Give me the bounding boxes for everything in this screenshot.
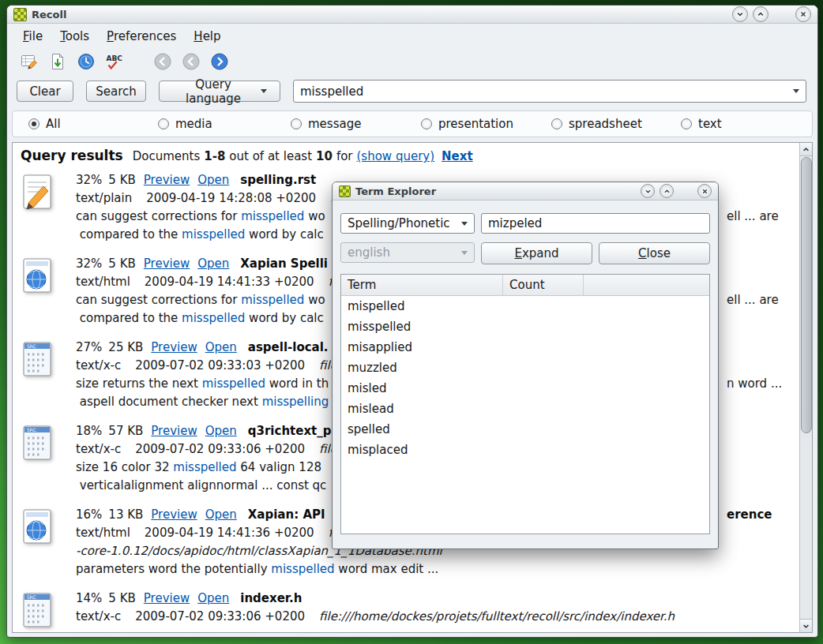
open-link[interactable]: Open <box>197 591 229 605</box>
preview-link[interactable]: Preview <box>151 507 197 522</box>
svg-text:ABC: ABC <box>106 54 122 62</box>
highlighted-term: misspelled <box>182 227 245 242</box>
open-link[interactable]: Open <box>205 424 237 438</box>
window-title: Recoll <box>32 9 66 21</box>
desktop: Recoll FileToolsPreferencesHelp <box>0 0 823 644</box>
close-button[interactable]: Close <box>599 242 710 264</box>
query-input-value: misspelled <box>300 84 363 99</box>
term-row[interactable]: misled <box>341 378 709 399</box>
filter-spreadsheet[interactable]: spreadsheet <box>551 111 642 137</box>
term-row[interactable]: mislead <box>341 399 709 419</box>
radio-icon[interactable] <box>421 118 432 129</box>
radio-icon[interactable] <box>158 118 169 129</box>
term-row[interactable]: misspelled <box>341 316 709 337</box>
radio-icon[interactable] <box>551 118 562 129</box>
term-explorer-icon[interactable]: ABC <box>103 51 125 72</box>
relevance-percent: 27% <box>76 340 102 354</box>
preview-link[interactable]: Preview <box>144 173 190 187</box>
unshade-icon[interactable] <box>753 6 769 22</box>
dialog-titlebar[interactable]: Term Explorer <box>333 182 718 200</box>
close-icon[interactable] <box>697 184 712 198</box>
menu-file[interactable]: File <box>17 28 49 45</box>
menu-help[interactable]: Help <box>187 28 227 45</box>
scrollbar-thumb[interactable] <box>801 157 812 433</box>
query-history-chevron-icon[interactable] <box>793 89 799 93</box>
chevron-down-icon <box>461 251 468 255</box>
search-row: Clear Search Query language misspelled <box>7 77 817 109</box>
result-title: aspell-local. <box>248 340 329 354</box>
documents-range: 1-8 <box>204 149 225 163</box>
filter-message[interactable]: message <box>291 111 361 137</box>
term-row[interactable]: mispelled <box>341 296 709 316</box>
scroll-up-icon[interactable] <box>800 143 812 156</box>
save-search-icon[interactable] <box>47 51 68 72</box>
highlighted-term: misspelled <box>173 460 236 474</box>
header-filler <box>584 275 709 295</box>
scroll-down-icon[interactable] <box>800 619 812 632</box>
filter-presentation[interactable]: presentation <box>421 111 513 137</box>
file-size: 25 KB <box>108 340 143 354</box>
query-results-title: Query results <box>21 148 123 163</box>
prev-page-icon[interactable] <box>152 51 173 72</box>
open-link[interactable]: Open <box>197 256 229 271</box>
search-button[interactable]: Search <box>86 80 146 102</box>
abstract-text: can suggest corrections for <box>76 209 241 223</box>
abstract-text: wo <box>304 293 325 307</box>
prev-result-icon[interactable] <box>180 51 201 72</box>
term-input[interactable] <box>481 213 710 234</box>
shade-icon[interactable] <box>641 184 655 198</box>
preview-link[interactable]: Preview <box>144 256 190 271</box>
shade-icon[interactable] <box>732 6 748 22</box>
preview-link[interactable]: Preview <box>151 424 197 438</box>
abstract-text: size returns the next <box>76 376 202 391</box>
term-row[interactable]: misplaced <box>341 440 709 460</box>
expansion-mode-select[interactable]: Spelling/Phonetic <box>340 213 475 234</box>
clear-button[interactable]: Clear <box>17 80 73 102</box>
abstract-text: compared to the <box>76 227 182 242</box>
mime-type: text/x-c <box>76 442 121 456</box>
titlebar[interactable]: Recoll <box>7 6 817 24</box>
unshade-icon[interactable] <box>660 184 674 198</box>
language-value: english <box>348 245 390 260</box>
radio-icon[interactable] <box>681 118 692 129</box>
radio-icon[interactable] <box>28 118 39 129</box>
text-file-icon <box>21 174 55 213</box>
abstract-text: verticalalignment alignnormal ... const … <box>76 478 326 492</box>
language-select[interactable]: english <box>340 242 475 263</box>
next-page-icon[interactable] <box>209 51 230 72</box>
abstract-text: parameters word the potentially <box>76 562 271 576</box>
result-title: q3richtext_p <box>248 424 332 438</box>
term-row[interactable]: spelled <box>341 419 709 440</box>
for-label: for <box>336 149 353 163</box>
close-icon[interactable] <box>795 6 811 22</box>
preview-link[interactable]: Preview <box>144 591 190 605</box>
clear-search-icon[interactable] <box>18 51 39 72</box>
history-icon[interactable] <box>75 51 96 72</box>
result-title: indexer.h <box>240 591 302 605</box>
result-abstract-line: parameters word the potentially misspell… <box>76 560 797 578</box>
term-column-header[interactable]: Term <box>341 275 503 295</box>
preview-link[interactable]: Preview <box>151 340 197 354</box>
menu-preferences[interactable]: Preferences <box>100 28 182 45</box>
menu-tools[interactable]: Tools <box>54 28 96 45</box>
term-row[interactable]: misapplied <box>341 337 709 358</box>
source-file-icon: SRC <box>21 425 55 464</box>
filter-media[interactable]: media <box>158 111 212 137</box>
results-scrollbar[interactable] <box>799 143 812 632</box>
filter-text[interactable]: text <box>681 111 722 137</box>
filter-label: text <box>698 117 722 131</box>
radio-icon[interactable] <box>291 118 302 129</box>
file-size: 5 KB <box>108 173 135 187</box>
term-row[interactable]: muzzled <box>341 358 709 378</box>
expand-button[interactable]: Expand <box>481 242 592 264</box>
next-page-link[interactable]: Next <box>442 149 473 163</box>
show-query-link[interactable]: (show query) <box>357 149 435 163</box>
filter-all[interactable]: All <box>28 111 61 137</box>
query-language-dropdown[interactable]: Query language <box>159 80 280 102</box>
open-link[interactable]: Open <box>197 173 229 187</box>
query-input-combobox[interactable]: misspelled <box>293 80 806 103</box>
open-link[interactable]: Open <box>205 340 237 354</box>
count-column-header[interactable]: Count <box>503 275 584 295</box>
open-link[interactable]: Open <box>205 507 237 522</box>
relevance-percent: 16% <box>76 507 102 522</box>
